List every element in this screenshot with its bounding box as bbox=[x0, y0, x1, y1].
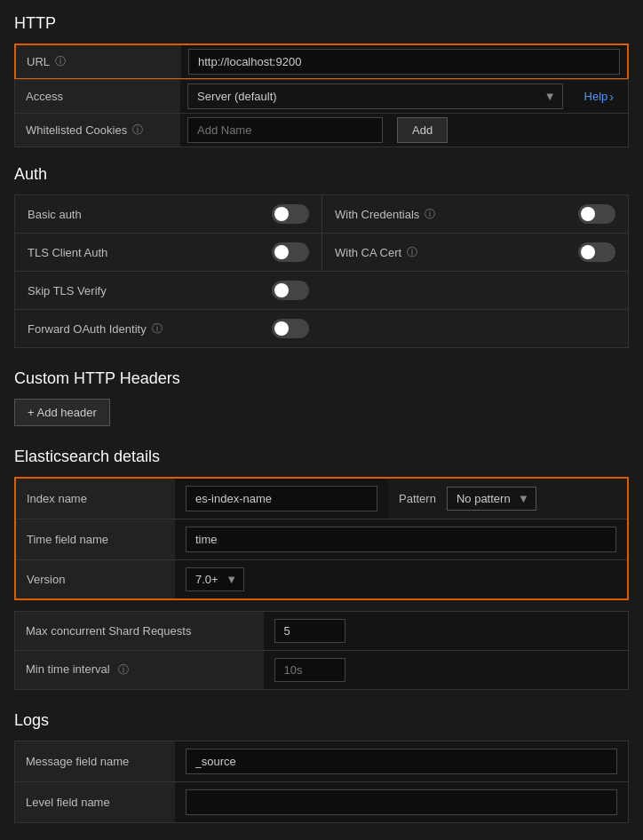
forward-oauth-item: Forward OAuth Identity ⓘ bbox=[15, 310, 322, 347]
add-header-button[interactable]: + Add header bbox=[14, 399, 110, 426]
cookies-info-icon[interactable]: ⓘ bbox=[132, 123, 143, 138]
tls-client-auth-item: TLS Client Auth bbox=[15, 234, 322, 271]
time-field-label: Time field name bbox=[15, 519, 175, 560]
skip-tls-item: Skip TLS Verify bbox=[15, 272, 322, 309]
version-select[interactable]: 7.0+ 6.0+ 5.0+ 2.0+ 1.0+ bbox=[186, 567, 244, 591]
pattern-label: Pattern bbox=[399, 492, 436, 505]
index-name-label: Index name bbox=[15, 478, 175, 519]
url-info-icon[interactable]: ⓘ bbox=[55, 54, 66, 69]
forward-oauth-toggle[interactable] bbox=[272, 319, 309, 338]
time-field-input[interactable] bbox=[186, 527, 616, 552]
max-shard-input[interactable] bbox=[274, 619, 345, 643]
add-cookie-button[interactable]: Add bbox=[397, 117, 448, 143]
message-field-label: Message field name bbox=[15, 741, 175, 782]
level-field-input[interactable] bbox=[186, 789, 618, 815]
whitelisted-cookies-label: Whitelisted Cookies ⓘ bbox=[15, 114, 180, 147]
elasticsearch-section-title: Elasticsearch details bbox=[14, 448, 629, 466]
with-ca-cert-item: With CA Cert ⓘ bbox=[322, 234, 628, 271]
level-field-row: Level field name bbox=[15, 782, 629, 823]
pattern-select[interactable]: No pattern Daily Weekly Monthly Yearly bbox=[447, 487, 536, 511]
min-time-info-icon[interactable]: ⓘ bbox=[118, 663, 129, 676]
tls-client-auth-toggle[interactable] bbox=[272, 242, 309, 262]
with-credentials-toggle[interactable] bbox=[578, 204, 615, 224]
index-name-input[interactable] bbox=[186, 486, 377, 511]
with-credentials-item: With Credentials ⓘ bbox=[322, 195, 628, 233]
forward-oauth-info-icon[interactable]: ⓘ bbox=[152, 321, 163, 337]
elasticsearch-details-table: Index name Pattern No pattern Daily Week… bbox=[14, 477, 629, 600]
basic-auth-item: Basic auth bbox=[15, 195, 322, 233]
logs-section-title: Logs bbox=[14, 711, 629, 730]
version-row: Version 7.0+ 6.0+ 5.0+ 2.0+ 1.0+ ▼ bbox=[15, 560, 628, 600]
time-field-row: Time field name bbox=[15, 519, 628, 560]
url-label: URL ⓘ bbox=[16, 45, 181, 78]
http-section-title: HTTP bbox=[14, 14, 629, 33]
custom-headers-title: Custom HTTP Headers bbox=[14, 369, 629, 388]
level-field-label: Level field name bbox=[15, 782, 175, 823]
access-label: Access bbox=[15, 80, 180, 113]
logs-table: Message field name Level field name bbox=[14, 741, 629, 823]
message-field-input[interactable] bbox=[186, 749, 618, 774]
add-name-input[interactable] bbox=[187, 117, 383, 143]
help-link[interactable]: Help › bbox=[577, 86, 621, 107]
basic-auth-toggle[interactable] bbox=[272, 204, 309, 224]
with-credentials-info-icon[interactable]: ⓘ bbox=[425, 207, 435, 222]
skip-tls-toggle[interactable] bbox=[272, 281, 309, 300]
min-time-label: Min time interval ⓘ bbox=[15, 651, 264, 690]
with-ca-cert-info-icon[interactable]: ⓘ bbox=[407, 245, 417, 260]
message-field-row: Message field name bbox=[15, 741, 629, 782]
with-ca-cert-label: With CA Cert ⓘ bbox=[335, 245, 417, 260]
skip-tls-label: Skip TLS Verify bbox=[28, 284, 107, 297]
forward-oauth-label: Forward OAuth Identity ⓘ bbox=[28, 321, 163, 337]
url-input[interactable] bbox=[188, 49, 620, 75]
with-ca-cert-toggle[interactable] bbox=[578, 242, 615, 262]
max-shard-row: Max concurrent Shard Requests bbox=[15, 612, 629, 651]
shard-table: Max concurrent Shard Requests Min time i… bbox=[14, 611, 629, 690]
index-name-row: Index name Pattern No pattern Daily Week… bbox=[15, 478, 628, 519]
version-label: Version bbox=[15, 560, 175, 600]
access-select[interactable]: Server (default) Browser bbox=[187, 83, 563, 109]
basic-auth-label: Basic auth bbox=[28, 208, 82, 221]
min-time-row: Min time interval ⓘ bbox=[15, 651, 629, 690]
with-credentials-label: With Credentials ⓘ bbox=[335, 207, 435, 222]
max-shard-label: Max concurrent Shard Requests bbox=[15, 612, 264, 651]
min-time-input[interactable] bbox=[274, 658, 345, 682]
tls-client-auth-label: TLS Client Auth bbox=[28, 246, 107, 259]
auth-section-title: Auth bbox=[14, 165, 629, 184]
